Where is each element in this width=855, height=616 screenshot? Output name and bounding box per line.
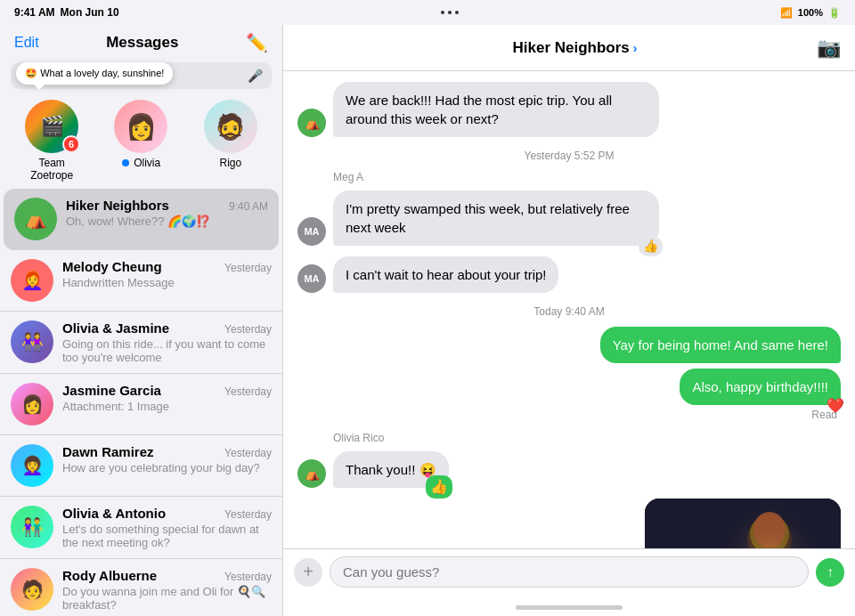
msg-avatar-m3: MA — [297, 264, 326, 293]
msg-avatar-m1: ⛺ — [297, 109, 326, 137]
conv-time-melody: Yesterday — [224, 262, 272, 274]
conv-item-olivia-jasmine[interactable]: 👭 Olivia & Jasmine Yesterday Going on th… — [0, 312, 282, 374]
conv-preview-dawn: How are you celebrating your big day? — [62, 461, 272, 474]
pinned-name-rigo: Rigo — [219, 157, 241, 169]
avatar-rigo: 🧔 — [204, 100, 257, 153]
conv-time-olivia-antonio: Yesterday — [224, 508, 272, 521]
pinned-contact-olivia[interactable]: 👩 Olivia — [105, 100, 176, 182]
conv-preview-rody: Do you wanna join me and Oli for 🍳🔍 brea… — [62, 585, 272, 612]
chat-image-m7 — [645, 498, 841, 548]
msg-row-m6: ⛺ Thank you!! 😝 👍 — [297, 451, 841, 488]
conv-name-jasmine: Jasmine Garcia — [62, 383, 161, 398]
conv-preview-olivia-antonio: Let's do something special for dawn at t… — [62, 523, 272, 549]
avatar-wrap-olivia: 👩 — [114, 100, 167, 153]
main-layout: Edit Messages ✏️ 🔍 Search 🎤 🎬 6 🤩 Wha — [0, 25, 855, 616]
pinned-name-olivia: Olivia — [122, 157, 160, 169]
conv-item-hiker-neighbors[interactable]: ⛺ Hiker Neighbors 9:40 AM Oh, wow! Where… — [4, 189, 279, 250]
sidebar-header: Edit Messages ✏️ — [0, 25, 282, 57]
send-icon: ↑ — [826, 564, 834, 580]
msg-avatar-m2: MA — [297, 217, 326, 246]
pinned-contacts-row: 🎬 6 🤩 What a lovely day, sunshine! Team … — [0, 96, 282, 189]
mic-icon[interactable]: 🎤 — [248, 69, 263, 83]
dot1 — [441, 11, 444, 14]
sidebar: Edit Messages ✏️ 🔍 Search 🎤 🎬 6 🤩 Wha — [0, 25, 283, 616]
add-attachment-button[interactable]: + — [294, 558, 322, 587]
dot3 — [455, 11, 459, 14]
conv-content-olivia-antonio: Olivia & Antonio Yesterday Let's do some… — [62, 506, 272, 549]
msg-bubble-m3: I can't wait to hear about your trip! — [333, 256, 558, 293]
conv-content-rody: Rody Albuerne Yesterday Do you wanna joi… — [62, 568, 272, 612]
conv-header-hiker: Hiker Neighbors 9:40 AM — [66, 198, 268, 213]
messages-scroll[interactable]: ⛺ We are back!!! Had the most epic trip.… — [283, 71, 855, 548]
conv-content-dawn: Dawn Ramirez Yesterday How are you celeb… — [62, 444, 272, 474]
conv-content-olivia-jasmine: Olivia & Jasmine Yesterday Going on this… — [62, 320, 272, 364]
chat-area: Hiker Neighbors › 📷 ⛺ We are back!!! Had… — [283, 25, 855, 616]
conv-name-melody: Melody Cheung — [62, 259, 162, 274]
conv-avatar-olivia-antonio: 👫 — [11, 506, 53, 548]
conv-avatar-rody: 🧑 — [11, 568, 53, 611]
chat-title: Hiker Neighbors — [513, 39, 630, 57]
read-receipt-m5: Read — [297, 409, 837, 421]
conv-item-olivia-antonio[interactable]: 👫 Olivia & Antonio Yesterday Let's do so… — [0, 497, 282, 559]
chat-title-wrap[interactable]: Hiker Neighbors › — [513, 39, 638, 57]
badge-team-zoetrope: 6 — [62, 135, 80, 153]
pinned-contact-team-zoetrope[interactable]: 🎬 6 🤩 What a lovely day, sunshine! Team … — [16, 100, 87, 182]
blue-dot-olivia — [122, 159, 129, 166]
sidebar-title: Messages — [39, 34, 246, 52]
pinned-name-team-zoetrope: Team Zoetrope — [16, 157, 87, 182]
conv-name-rody: Rody Albuerne — [62, 568, 157, 583]
conv-time-hiker: 9:40 AM — [229, 200, 268, 213]
msg-bubble-m5: Also, happy birthday!!!! ❤️ — [680, 369, 841, 405]
conv-item-jasmine[interactable]: 👩 Jasmine Garcia Yesterday Attachment: 1… — [0, 374, 282, 435]
conv-avatar-dawn: 👩‍🦱 — [11, 444, 53, 487]
status-time: 9:41 AM Mon Jun 10 — [14, 6, 119, 19]
status-center — [441, 11, 459, 14]
avatar-wrap-team: 🎬 6 🤩 What a lovely day, sunshine! — [25, 100, 78, 153]
conv-time-rody: Yesterday — [224, 571, 272, 583]
conv-time-jasmine: Yesterday — [224, 385, 272, 398]
chevron-right-icon: › — [633, 41, 638, 55]
avatar-wrap-rigo: 🧔 — [204, 100, 257, 153]
msg-row-m7 — [297, 498, 841, 548]
msg-row-m1: ⛺ We are back!!! Had the most epic trip.… — [297, 82, 841, 137]
conv-time-dawn: Yesterday — [224, 447, 272, 459]
conv-preview-hiker: Oh, wow! Where?? 🌈🌍⁉️ — [66, 215, 268, 228]
dot2 — [448, 11, 452, 14]
reaction-thumbs-m6: 👍 — [426, 475, 452, 498]
battery-icon: 🔋 — [828, 7, 841, 19]
conv-name-dawn: Dawn Ramirez — [62, 444, 154, 459]
msg-row-m5: Also, happy birthday!!!! ❤️ — [297, 369, 841, 405]
msg-row-m4: Yay for being home! And same here! — [297, 327, 841, 363]
conv-preview-melody: Handwritten Message — [62, 276, 272, 289]
reaction-heart-m5: ❤️ — [826, 396, 844, 416]
msg-sender-m6: Olivia Rico — [333, 432, 841, 444]
home-indicator — [283, 598, 855, 616]
reaction-thumbs-m2: 👍 — [639, 237, 663, 256]
video-call-button[interactable]: 📷 — [817, 36, 841, 60]
compose-button[interactable]: ✏️ — [246, 32, 268, 53]
message-input[interactable] — [330, 556, 809, 588]
edit-button[interactable]: Edit — [14, 35, 39, 51]
conv-item-rody[interactable]: 🧑 Rody Albuerne Yesterday Do you wanna j… — [0, 559, 282, 616]
status-right: 📶 100% 🔋 — [780, 7, 841, 19]
conversation-list: ⛺ Hiker Neighbors 9:40 AM Oh, wow! Where… — [0, 189, 282, 616]
home-bar — [516, 605, 623, 610]
conv-name-hiker: Hiker Neighbors — [66, 198, 169, 213]
pinned-contact-rigo[interactable]: 🧔 Rigo — [195, 100, 266, 182]
conv-preview-jasmine: Attachment: 1 Image — [62, 400, 272, 413]
send-button[interactable]: ↑ — [816, 558, 844, 587]
conv-item-melody[interactable]: 👩‍🦰 Melody Cheung Yesterday Handwritten … — [0, 250, 282, 312]
conv-avatar-hiker: ⛺ — [14, 198, 57, 240]
conv-content-melody: Melody Cheung Yesterday Handwritten Mess… — [62, 259, 272, 289]
msg-bubble-m1: We are back!!! Had the most epic trip. Y… — [333, 82, 659, 137]
msg-avatar-m6: ⛺ — [297, 459, 326, 488]
conv-name-olivia-antonio: Olivia & Antonio — [62, 506, 166, 521]
msg-sender-m2: Meg A — [333, 171, 841, 183]
conv-content-hiker: Hiker Neighbors 9:40 AM Oh, wow! Where??… — [66, 198, 268, 228]
conv-time-olivia-jasmine: Yesterday — [224, 323, 272, 336]
wifi-icon: 📶 — [780, 7, 793, 19]
tooltip-team-zoetrope: 🤩 What a lovely day, sunshine! — [16, 62, 173, 85]
chat-image-person — [645, 498, 841, 548]
status-bar: 9:41 AM Mon Jun 10 📶 100% 🔋 — [0, 0, 855, 25]
conv-item-dawn[interactable]: 👩‍🦱 Dawn Ramirez Yesterday How are you c… — [0, 435, 282, 497]
